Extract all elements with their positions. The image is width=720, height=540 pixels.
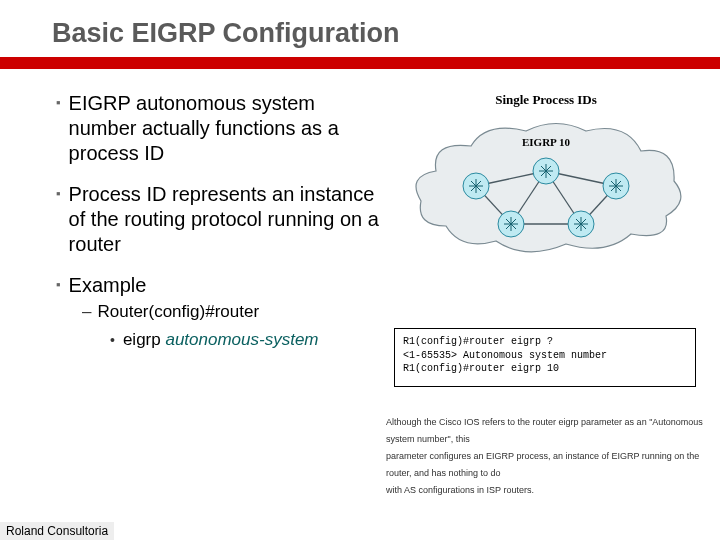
cli-line: <1-65535> Autonomous system number bbox=[403, 349, 687, 363]
cli-output-box: R1(config)#router eigrp ? <1-65535> Auto… bbox=[394, 328, 696, 387]
dash-icon: – bbox=[82, 302, 91, 322]
sub-bullet-text: eigrp autonomous-system bbox=[123, 330, 319, 350]
router-icon bbox=[533, 158, 559, 184]
router-icon bbox=[603, 173, 629, 199]
code-word: eigrp bbox=[123, 330, 166, 349]
diagram-caption: Although the Cisco IOS refers to the rou… bbox=[386, 414, 706, 499]
bullet-text: Process ID represents an instance of the… bbox=[69, 182, 386, 257]
slide: Basic EIGRP Configuration ▪ EIGRP autono… bbox=[0, 0, 720, 540]
bullet-square-icon: ▪ bbox=[56, 91, 61, 115]
bullet-item: ▪ Example bbox=[56, 273, 386, 298]
diagram-label: EIGRP 10 bbox=[522, 136, 570, 148]
bullet-square-icon: ▪ bbox=[56, 182, 61, 206]
router-icon bbox=[568, 211, 594, 237]
caption-line: parameter configures an EIGRP process, a… bbox=[386, 448, 706, 482]
page-title: Basic EIGRP Configuration bbox=[0, 0, 720, 49]
cloud-svg: EIGRP 10 bbox=[406, 116, 686, 266]
bullet-text: Example bbox=[69, 273, 147, 298]
router-icon bbox=[498, 211, 524, 237]
bullet-square-icon: ▪ bbox=[56, 273, 61, 297]
caption-line: Although the Cisco IOS refers to the rou… bbox=[386, 414, 706, 448]
cli-line: R1(config)#router eigrp 10 bbox=[403, 362, 687, 376]
footer-brand: Roland Consultoria bbox=[0, 522, 114, 540]
caption-line: with AS configurations in ISP routers. bbox=[386, 482, 706, 499]
diagram-title: Single Process IDs bbox=[396, 92, 696, 108]
bullet-text: EIGRP autonomous system number actually … bbox=[69, 91, 386, 166]
title-underline bbox=[0, 57, 720, 69]
bullet-item: ▪ Process ID represents an instance of t… bbox=[56, 182, 386, 257]
sub-bullet-item: – Router(config)#router bbox=[82, 302, 708, 322]
router-icon bbox=[463, 173, 489, 199]
keyword: autonomous-system bbox=[165, 330, 318, 349]
bullet-item: ▪ EIGRP autonomous system number actuall… bbox=[56, 91, 386, 166]
cli-line: R1(config)#router eigrp ? bbox=[403, 335, 687, 349]
network-diagram: Single Process IDs EIGRP 10 bbox=[396, 92, 696, 270]
bullet-dot-icon: • bbox=[110, 330, 115, 350]
sub-bullet-text: Router(config)#router bbox=[97, 302, 259, 322]
